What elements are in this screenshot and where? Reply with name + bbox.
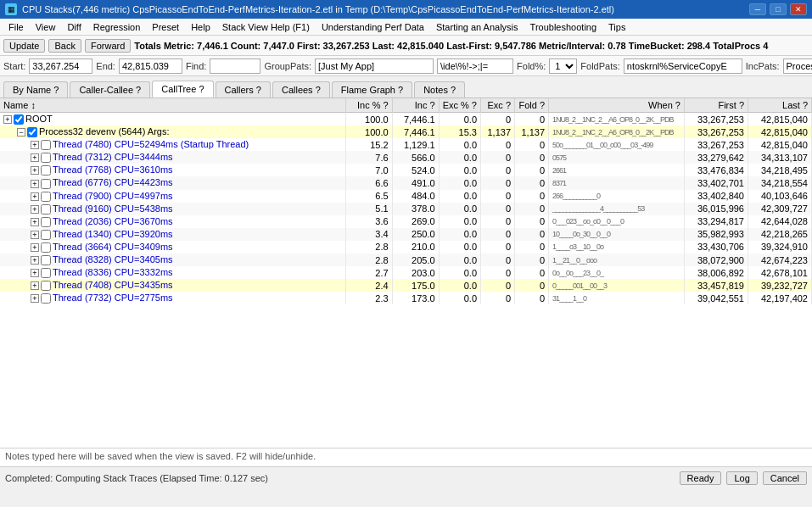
cell-first: 33,294,817	[685, 215, 748, 228]
row-name-text: Thread (7312) CPU=3444ms	[53, 152, 173, 162]
expand-button[interactable]: +	[31, 269, 39, 277]
expand-button[interactable]: −	[17, 128, 25, 136]
table-row[interactable]: +ROOT100.07,446.10.0001NU8_2__1NC_2__A6_…	[0, 113, 812, 126]
foldpats-input[interactable]	[624, 58, 742, 74]
expand-button[interactable]: +	[31, 231, 39, 239]
menu-item-troubleshooting[interactable]: Troubleshooting	[525, 20, 602, 34]
table-row[interactable]: +Thread (8328) CPU=3405ms2.8205.00.0001_…	[0, 254, 812, 266]
groupby-input[interactable]	[315, 58, 434, 74]
cell-exc: 0	[481, 138, 515, 151]
minimize-button[interactable]: ─	[749, 3, 766, 15]
menu-item-view[interactable]: View	[31, 20, 61, 34]
menu-item-stack-view-help-(f1)[interactable]: Stack View Help (F1)	[217, 20, 315, 34]
table-row[interactable]: +Thread (7732) CPU=2775ms2.3173.00.00031…	[0, 292, 812, 304]
row-checkbox[interactable]	[41, 140, 51, 150]
expand-button[interactable]: +	[31, 192, 39, 201]
menu-item-tips[interactable]: Tips	[603, 20, 630, 34]
tab-by-name-[interactable]: By Name ?	[3, 81, 68, 98]
row-checkbox[interactable]	[41, 230, 51, 240]
expand-button[interactable]: +	[31, 141, 39, 149]
row-checkbox[interactable]	[41, 268, 51, 278]
table-row[interactable]: +Thread (3664) CPU=3409ms2.8210.00.0001_…	[0, 241, 812, 254]
expand-button[interactable]: +	[31, 180, 39, 188]
expand-button[interactable]: +	[3, 115, 12, 124]
end-input[interactable]	[119, 58, 182, 74]
col-last[interactable]: Last ?	[748, 98, 812, 113]
col-when[interactable]: When ?	[549, 98, 685, 113]
col-name[interactable]: Name ↕	[0, 98, 345, 113]
update-button[interactable]: Update	[3, 39, 45, 53]
col-first[interactable]: First ?	[685, 98, 748, 113]
cell-exc: 0	[481, 228, 515, 241]
expand-button[interactable]: +	[31, 153, 39, 162]
row-checkbox[interactable]	[41, 165, 51, 176]
expand-button[interactable]: +	[31, 205, 39, 214]
col-inc[interactable]: Inc ?	[392, 98, 439, 113]
col-incpct[interactable]: Inc % ?	[345, 98, 392, 113]
cell-inc: 250.0	[392, 228, 439, 241]
expand-button[interactable]: +	[31, 166, 39, 175]
expand-button[interactable]: +	[31, 243, 39, 252]
fold-label: Fold%:	[517, 61, 546, 71]
menu-item-starting-an-analysis[interactable]: Starting an Analysis	[431, 20, 524, 34]
table-row[interactable]: +Thread (8336) CPU=3332ms2.7203.00.0000o…	[0, 266, 812, 279]
menu-item-diff[interactable]: Diff	[62, 20, 86, 34]
start-input[interactable]	[29, 58, 92, 74]
row-checkbox[interactable]	[41, 293, 51, 304]
fold-select[interactable]: 1	[549, 58, 577, 74]
tab-notes-[interactable]: Notes ?	[414, 81, 465, 98]
tab-callers-[interactable]: Callers ?	[216, 81, 271, 98]
cell-when: 50o_______01__00_o00___03_-499	[549, 138, 685, 151]
col-excpct[interactable]: Exc % ?	[439, 98, 480, 113]
row-checkbox[interactable]	[41, 204, 51, 214]
table-row[interactable]: +Thread (7480) CPU=52494ms (Startup Thre…	[0, 138, 812, 151]
tab-caller-callee-[interactable]: Caller-Callee ?	[70, 81, 150, 98]
idepats-input[interactable]	[437, 58, 513, 74]
table-row[interactable]: +Thread (2036) CPU=3670ms3.6269.00.0000_…	[0, 215, 812, 228]
forward-button[interactable]: Forward	[85, 39, 131, 53]
row-checkbox[interactable]	[41, 179, 51, 189]
row-checkbox[interactable]	[41, 153, 51, 163]
cell-last: 42,197,402	[748, 292, 812, 304]
table-row[interactable]: −Process32 devenv (5644) Args:100.07,446…	[0, 125, 812, 138]
table-row[interactable]: +Thread (7768) CPU=3610ms7.0524.00.00026…	[0, 164, 812, 176]
table-row[interactable]: +Thread (6776) CPU=4423ms6.6491.00.00083…	[0, 176, 812, 189]
col-exc[interactable]: Exc ?	[481, 98, 515, 113]
col-fold[interactable]: Fold ?	[515, 98, 549, 113]
tab-flame-graph-[interactable]: Flame Graph ?	[332, 81, 412, 98]
log-button[interactable]: Log	[726, 471, 757, 485]
menu-item-preset[interactable]: Preset	[147, 20, 184, 34]
expand-button[interactable]: +	[31, 294, 39, 303]
row-checkbox[interactable]	[41, 192, 51, 202]
cancel-button[interactable]: Cancel	[763, 471, 807, 485]
find-input[interactable]	[210, 58, 260, 74]
expand-button[interactable]: +	[31, 281, 39, 290]
table-container[interactable]: Name ↕ Inc % ? Inc ? Exc % ? Exc ? Fold …	[0, 98, 812, 448]
table-row[interactable]: +Thread (1340) CPU=3920ms3.4250.00.00010…	[0, 228, 812, 241]
incpats-input[interactable]	[783, 58, 812, 74]
row-checkbox[interactable]	[41, 281, 51, 291]
table-row[interactable]: +Thread (7408) CPU=3435ms2.4175.00.0000_…	[0, 279, 812, 292]
row-checkbox[interactable]	[41, 217, 51, 227]
menu-item-understanding-perf-data[interactable]: Understanding Perf Data	[316, 20, 429, 34]
table-row[interactable]: +Thread (9160) CPU=5438ms5.1378.00.000__…	[0, 203, 812, 215]
row-checkbox[interactable]	[14, 114, 24, 125]
table-row[interactable]: +Thread (7312) CPU=3444ms7.6566.00.00005…	[0, 151, 812, 164]
close-button[interactable]: ✕	[790, 3, 807, 15]
maximize-button[interactable]: □	[770, 3, 787, 15]
menu-item-file[interactable]: File	[3, 20, 29, 34]
table-row[interactable]: +Thread (7900) CPU=4997ms6.5484.00.00026…	[0, 190, 812, 203]
expand-button[interactable]: +	[31, 256, 39, 265]
row-checkbox[interactable]	[41, 255, 51, 265]
cell-last: 42,218,265	[748, 228, 812, 241]
menu-item-help[interactable]: Help	[186, 20, 216, 34]
row-checkbox[interactable]	[27, 127, 37, 137]
expand-button[interactable]: +	[31, 218, 39, 226]
row-name-text: ROOT	[25, 114, 53, 124]
tab-calltree-[interactable]: CallTree ?	[152, 81, 213, 98]
menu-item-regression[interactable]: Regression	[88, 20, 146, 34]
tab-callees-[interactable]: Callees ?	[272, 81, 330, 98]
find-label: Find:	[186, 61, 206, 71]
row-checkbox[interactable]	[41, 242, 51, 253]
back-button[interactable]: Back	[48, 39, 81, 53]
